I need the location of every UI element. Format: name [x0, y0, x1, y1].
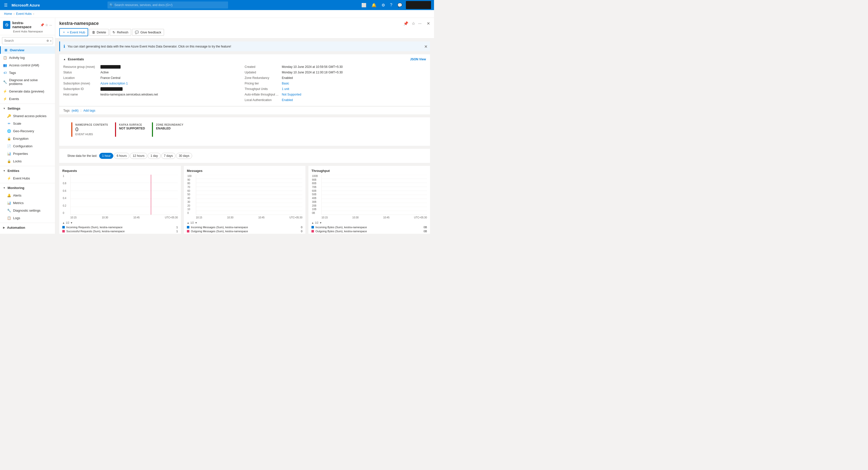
- messages-legend-prev-icon[interactable]: ▲: [187, 222, 189, 224]
- throughput-legend-item-2: Captured Bytes (Sum), kestra-namespace 0…: [311, 233, 427, 234]
- notification-icon[interactable]: 🔔: [370, 2, 378, 8]
- entities-section-header[interactable]: ▼ Entities: [0, 167, 55, 174]
- sidebar-item-events[interactable]: ⚡ Events: [0, 95, 55, 102]
- event-hubs-entity-icon: ⚡: [7, 176, 11, 180]
- sidebar-item-shared-access[interactable]: 🔑 Shared access policies: [0, 112, 55, 120]
- time-range-30d[interactable]: 30 days: [176, 153, 192, 159]
- sidebar-item-configuration[interactable]: 📄 Configuration: [0, 142, 55, 150]
- feedback-icon[interactable]: 💬: [396, 2, 404, 8]
- sidebar-item-properties[interactable]: 📊 Properties: [0, 150, 55, 157]
- sidebar-item-activity-log[interactable]: 📋 Activity log: [0, 54, 55, 61]
- sub-id-redacted: [100, 87, 123, 91]
- give-feedback-button[interactable]: 💬 Give feedback: [132, 29, 164, 36]
- pin-icon[interactable]: 📌: [40, 23, 44, 27]
- throughput-y-label-9: 20B: [312, 204, 318, 207]
- help-section-header[interactable]: ▶ Help: [0, 231, 55, 234]
- events-icon: ⚡: [3, 97, 7, 101]
- throughput-x-label-1: 10:15: [321, 216, 328, 219]
- messages-legend-label-0: Incoming Messages (Sum), kestra-namespac…: [191, 226, 248, 229]
- sidebar-item-geo-recovery[interactable]: 🌐 Geo-Recovery: [0, 127, 55, 135]
- logs-icon: 📋: [7, 216, 11, 220]
- global-search-input[interactable]: [107, 1, 228, 8]
- hamburger-menu[interactable]: ☰: [3, 2, 8, 8]
- star-icon[interactable]: ☆: [45, 23, 48, 27]
- sidebar-item-encryption-label: Encryption: [13, 137, 28, 141]
- settings-section-header[interactable]: ▼ Settings: [0, 105, 55, 112]
- breadcrumb-home[interactable]: Home: [4, 12, 12, 16]
- title-pin-icon[interactable]: 📌: [403, 21, 408, 26]
- legend-prev-icon[interactable]: ▲: [62, 222, 65, 224]
- more-icon[interactable]: ···: [49, 23, 52, 27]
- essentials-label-throughput-units: Throughput Units: [245, 87, 280, 91]
- metrics-icon: 📊: [7, 201, 11, 205]
- add-event-hub-button[interactable]: ＋ + Event Hub: [59, 28, 88, 36]
- sidebar-item-alerts[interactable]: 🔔 Alerts: [0, 192, 55, 199]
- info-banner[interactable]: ℹ You can start generating test data wit…: [59, 41, 430, 51]
- sidebar-item-diagnostic-settings[interactable]: 🔧 Diagnostic settings: [0, 207, 55, 214]
- throughput-legend-prev-icon[interactable]: ▲: [311, 222, 314, 224]
- collapse-icon[interactable]: «: [50, 39, 52, 42]
- title-more-icon[interactable]: ···: [418, 21, 422, 26]
- messages-legend-next-icon[interactable]: ▼: [195, 222, 197, 224]
- messages-legend-page: ▲ 1/2 ▼: [187, 222, 197, 224]
- subscription-link[interactable]: Azure subscription 1: [100, 82, 128, 85]
- user-profile[interactable]: [406, 1, 431, 9]
- requests-y-label-2: 0.8: [63, 182, 66, 185]
- local-auth-link[interactable]: Enabled: [282, 98, 293, 102]
- sidebar-item-access-control[interactable]: 👥 Access control (IAM): [0, 61, 55, 69]
- legend-next-icon[interactable]: ▼: [70, 222, 73, 224]
- breadcrumb-event-hubs[interactable]: Event Hubs: [16, 12, 32, 16]
- sidebar-item-overview[interactable]: ⊞ Overview: [0, 46, 55, 54]
- automation-section-header[interactable]: ▶ Automation: [0, 224, 55, 231]
- messages-x-label-2: 10:30: [227, 216, 233, 219]
- add-tags-link[interactable]: Add tags: [83, 109, 95, 112]
- sidebar-item-locks[interactable]: 🔒 Locks: [0, 157, 55, 165]
- messages-legend-item-1: Outgoing Messages (Sum), kestra-namespac…: [187, 229, 302, 233]
- monitoring-section-header[interactable]: ▼ Monitoring: [0, 184, 55, 192]
- time-range-7d[interactable]: 7 days: [161, 153, 176, 159]
- throughput-legend-next-icon[interactable]: ▼: [319, 222, 322, 224]
- settings-section-label: Settings: [7, 107, 20, 110]
- time-range-6h[interactable]: 6 hours: [114, 153, 129, 159]
- time-range-1d[interactable]: 1 day: [148, 153, 160, 159]
- throughput-units-link[interactable]: 1 unit: [282, 87, 289, 91]
- sidebar-item-generate-data[interactable]: ⚡ Generate data (preview): [0, 87, 55, 95]
- filter-icon[interactable]: ⚙: [46, 39, 49, 42]
- sidebar-search-icons: ⚙ «: [46, 39, 52, 42]
- time-range-12h[interactable]: 12 hours: [130, 153, 147, 159]
- messages-legend-label-1: Outgoing Messages (Sum), kestra-namespac…: [191, 230, 248, 233]
- auto-inflate-link[interactable]: Not Supported: [282, 93, 301, 96]
- tags-nav-icon: 🏷: [3, 70, 7, 75]
- throughput-y-label-7: 40B: [312, 197, 318, 200]
- sidebar-item-scale[interactable]: ✏ Scale: [0, 120, 55, 127]
- settings-icon[interactable]: ⚙: [380, 2, 386, 8]
- essentials-header[interactable]: ▲ Essentials JSON View: [63, 57, 426, 61]
- refresh-button[interactable]: ↻ Refresh: [110, 29, 131, 36]
- sidebar-item-metrics[interactable]: 📊 Metrics: [0, 199, 55, 207]
- delete-button[interactable]: 🗑 Delete: [89, 29, 109, 36]
- sidebar-item-logs[interactable]: 📋 Logs: [0, 214, 55, 222]
- sidebar-item-event-hubs-entity[interactable]: ⚡ Event Hubs: [0, 174, 55, 182]
- title-star-icon[interactable]: ☆: [412, 21, 415, 26]
- essentials-row-zone: Zone Redundancy Enabled: [245, 75, 426, 81]
- sidebar-item-shared-access-label: Shared access policies: [13, 114, 46, 118]
- sidebar-search-input[interactable]: [2, 37, 53, 44]
- cloud-shell-icon[interactable]: ⬜: [360, 2, 368, 8]
- info-banner-close-button[interactable]: ✕: [424, 44, 428, 49]
- help-icon[interactable]: ?: [389, 2, 394, 8]
- messages-y-label-6: 50: [187, 193, 192, 196]
- time-range-1h[interactable]: 1 hour: [99, 153, 113, 159]
- essentials-label-updated: Updated: [245, 70, 280, 74]
- tags-edit-link[interactable]: (edit): [71, 109, 79, 112]
- title-actions: 📌 ☆ ··· ✕: [403, 21, 430, 26]
- pricing-link[interactable]: Basic: [282, 82, 289, 85]
- sidebar-item-tags[interactable]: 🏷 Tags: [0, 69, 55, 77]
- sidebar-item-diagnose[interactable]: 🔧 Diagnose and solve problems: [0, 77, 55, 87]
- requests-x-labels: 10:15 10:30 10:45 UTC+05:30: [70, 216, 178, 219]
- info-banner-text: You can start generating test data with …: [68, 45, 231, 48]
- json-view-link[interactable]: JSON View: [410, 58, 426, 61]
- messages-y-label-2: 90: [187, 178, 192, 181]
- sidebar-item-encryption[interactable]: 🔒 Encryption: [0, 135, 55, 142]
- toolbar: ＋ + Event Hub 🗑 Delete ↻ Refresh 💬 Give …: [59, 28, 430, 38]
- close-button[interactable]: ✕: [427, 21, 430, 26]
